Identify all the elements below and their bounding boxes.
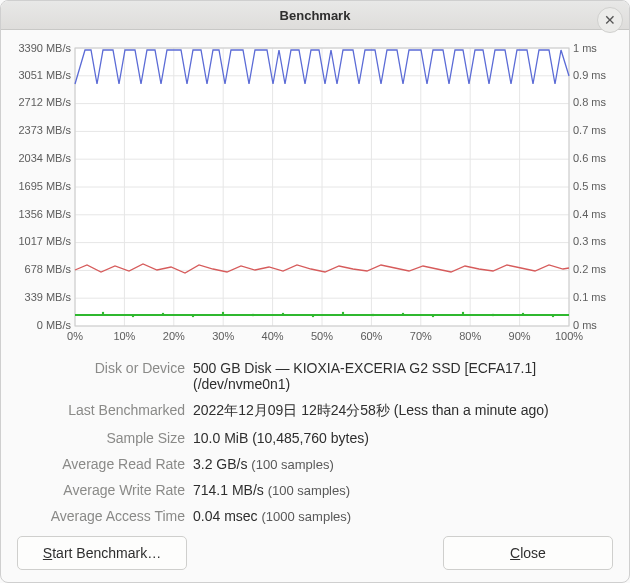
label-write: Average Write Rate (17, 482, 185, 498)
svg-text:0.7 ms: 0.7 ms (573, 124, 607, 136)
y-left-tick-labels: 0 MB/s 339 MB/s 678 MB/s 1017 MB/s 1356 … (18, 42, 71, 331)
value-last: 2022年12月09日 12時24分58秒 (Less than a minut… (193, 402, 613, 420)
value-read: 3.2 GB/s (100 samples) (193, 456, 613, 472)
close-button[interactable]: Close (443, 536, 613, 570)
svg-text:0.9 ms: 0.9 ms (573, 69, 607, 81)
svg-text:10%: 10% (113, 330, 135, 342)
svg-text:0.8 ms: 0.8 ms (573, 96, 607, 108)
svg-text:0%: 0% (67, 330, 83, 342)
svg-text:70%: 70% (410, 330, 432, 342)
x-tick-labels: 0% 10% 20% 30% 40% 50% 60% 70% 80% 90% 1… (67, 330, 583, 342)
svg-point-32 (312, 315, 314, 317)
svg-point-27 (162, 313, 164, 315)
svg-point-30 (252, 314, 254, 316)
svg-point-29 (222, 312, 224, 314)
svg-text:0.2 ms: 0.2 ms (573, 263, 607, 275)
svg-text:30%: 30% (212, 330, 234, 342)
close-icon: ✕ (604, 12, 616, 28)
benchmark-window: Benchmark ✕ (0, 0, 630, 583)
svg-text:0.4 ms: 0.4 ms (573, 208, 607, 220)
button-row: Start Benchmark… Close (13, 536, 617, 570)
svg-text:90%: 90% (509, 330, 531, 342)
svg-text:40%: 40% (262, 330, 284, 342)
label-disk: Disk or Device (17, 360, 185, 392)
svg-text:2373 MB/s: 2373 MB/s (18, 124, 71, 136)
content-area: 0 MB/s 339 MB/s 678 MB/s 1017 MB/s 1356 … (1, 30, 629, 582)
svg-text:100%: 100% (555, 330, 583, 342)
svg-text:678 MB/s: 678 MB/s (25, 263, 72, 275)
y-right-tick-labels: 0 ms 0.1 ms 0.2 ms 0.3 ms 0.4 ms 0.5 ms … (573, 42, 607, 331)
svg-text:1356 MB/s: 1356 MB/s (18, 208, 71, 220)
svg-text:2712 MB/s: 2712 MB/s (18, 96, 71, 108)
svg-text:0.6 ms: 0.6 ms (573, 152, 607, 164)
info-grid: Disk or Device 500 GB Disk — KIOXIA-EXCE… (13, 358, 617, 536)
svg-text:3390 MB/s: 3390 MB/s (18, 42, 71, 54)
titlebar: Benchmark ✕ (1, 1, 629, 30)
svg-point-40 (552, 315, 554, 317)
svg-text:0.3 ms: 0.3 ms (573, 235, 607, 247)
value-sample: 10.0 MiB (10,485,760 bytes) (193, 430, 613, 446)
svg-text:0.5 ms: 0.5 ms (573, 180, 607, 192)
svg-text:1695 MB/s: 1695 MB/s (18, 180, 71, 192)
svg-point-37 (462, 312, 464, 314)
svg-point-35 (402, 313, 404, 315)
svg-point-34 (372, 314, 374, 316)
svg-text:2034 MB/s: 2034 MB/s (18, 152, 71, 164)
svg-text:50%: 50% (311, 330, 333, 342)
svg-point-25 (102, 312, 104, 314)
window-close-button[interactable]: ✕ (597, 7, 623, 33)
svg-point-26 (132, 315, 134, 317)
svg-point-33 (342, 312, 344, 314)
svg-text:20%: 20% (163, 330, 185, 342)
label-access: Average Access Time (17, 508, 185, 524)
svg-text:1 ms: 1 ms (573, 42, 597, 54)
value-access: 0.04 msec (1000 samples) (193, 508, 613, 524)
svg-point-39 (522, 313, 524, 315)
value-write: 714.1 MB/s (100 samples) (193, 482, 613, 498)
label-read: Average Read Rate (17, 456, 185, 472)
svg-text:3051 MB/s: 3051 MB/s (18, 69, 71, 81)
svg-text:80%: 80% (459, 330, 481, 342)
label-sample: Sample Size (17, 430, 185, 446)
svg-text:0.1 ms: 0.1 ms (573, 291, 607, 303)
svg-point-28 (192, 315, 194, 317)
svg-point-36 (432, 315, 434, 317)
svg-text:1017 MB/s: 1017 MB/s (18, 235, 71, 247)
label-last: Last Benchmarked (17, 402, 185, 420)
svg-point-31 (282, 313, 284, 315)
svg-text:60%: 60% (360, 330, 382, 342)
benchmark-chart: 0 MB/s 339 MB/s 678 MB/s 1017 MB/s 1356 … (13, 40, 617, 348)
svg-point-38 (492, 314, 494, 316)
svg-text:339 MB/s: 339 MB/s (25, 291, 72, 303)
window-title: Benchmark (280, 8, 351, 23)
start-benchmark-button[interactable]: Start Benchmark… (17, 536, 187, 570)
value-disk: 500 GB Disk — KIOXIA-EXCERIA G2 SSD [ECF… (193, 360, 613, 392)
